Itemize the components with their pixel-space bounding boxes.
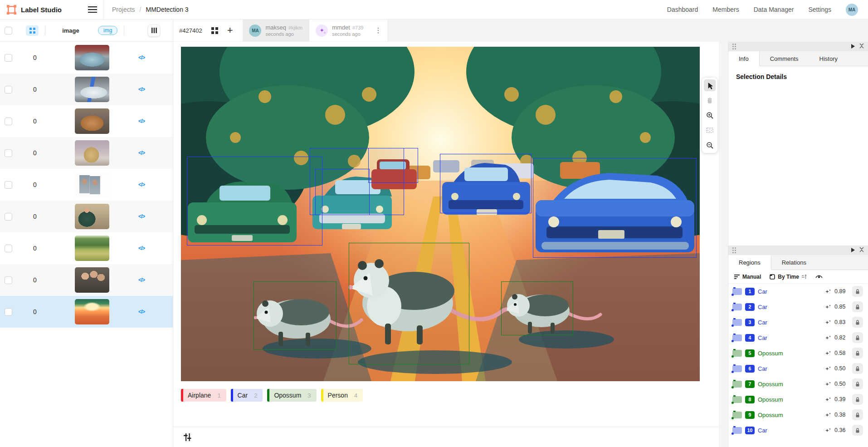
- thumbnail-group-photo[interactable]: [75, 267, 109, 293]
- breadcrumb-projects[interactable]: Projects: [112, 6, 135, 13]
- code-icon[interactable]: </>: [138, 309, 145, 315]
- zoom-out-icon[interactable]: [704, 139, 716, 151]
- label-person[interactable]: Person4: [321, 389, 363, 402]
- grid-view-icon[interactable]: [26, 25, 39, 36]
- lock-icon[interactable]: [852, 332, 863, 343]
- thumbnail-police-car[interactable]: [75, 77, 109, 102]
- nav-members[interactable]: Members: [712, 6, 739, 13]
- table-row[interactable]: 0 </>: [0, 74, 173, 105]
- code-icon[interactable]: </>: [138, 213, 145, 220]
- tab-regions[interactable]: Regions: [728, 255, 771, 270]
- tab-history[interactable]: History: [809, 51, 848, 66]
- table-row[interactable]: 0 </>: [0, 264, 173, 296]
- table-row[interactable]: 0 </>: [0, 42, 173, 74]
- hamburger-menu-icon[interactable]: [88, 6, 97, 13]
- region-row[interactable]: 6 Car 0.50: [728, 361, 868, 376]
- select-tool-icon[interactable]: [704, 79, 716, 91]
- table-row[interactable]: 0 </>: [0, 105, 173, 137]
- lock-icon[interactable]: [852, 301, 863, 312]
- tab-relations[interactable]: Relations: [771, 255, 817, 270]
- nav-dashboard[interactable]: Dashboard: [667, 6, 698, 13]
- table-row[interactable]: 0 </>: [0, 137, 173, 169]
- label-car[interactable]: Car2: [231, 389, 263, 402]
- label-studio-logo-icon[interactable]: [6, 5, 17, 15]
- code-icon[interactable]: </>: [138, 150, 145, 156]
- annotation-canvas[interactable]: [181, 47, 700, 381]
- row-checkbox[interactable]: [5, 276, 12, 284]
- add-annotation-button[interactable]: +: [227, 25, 233, 35]
- thumbnail-traffic-scene[interactable]: [75, 299, 109, 324]
- sort-by-button[interactable]: By Time: [770, 274, 806, 280]
- info-panel-dragbar[interactable]: [728, 42, 868, 51]
- bbox-car-5[interactable]: [440, 154, 532, 213]
- lock-icon[interactable]: [852, 425, 863, 436]
- lock-icon[interactable]: [852, 286, 863, 297]
- fit-to-screen-icon[interactable]: [704, 124, 716, 136]
- code-icon[interactable]: </>: [138, 118, 145, 124]
- region-row[interactable]: 1 Car 0.89: [728, 284, 868, 299]
- bbox-car-1[interactable]: [187, 157, 323, 245]
- grid-view-toggle-icon[interactable]: [211, 27, 218, 34]
- table-row-selected[interactable]: 0 </>: [0, 296, 173, 328]
- region-row[interactable]: 10 Car 0.36: [728, 422, 868, 438]
- bbox-opossum-1[interactable]: [254, 281, 336, 350]
- row-checkbox[interactable]: [5, 181, 12, 189]
- lock-icon[interactable]: [852, 378, 863, 389]
- bbox-opossum-2[interactable]: [349, 243, 470, 364]
- column-header-image[interactable]: image: [49, 27, 93, 34]
- toggle-visibility-eye-icon[interactable]: [815, 274, 823, 279]
- annotation-tab-mmdet[interactable]: ✦✧ mmdet#739 seconds ago ⋮: [309, 20, 388, 41]
- row-checkbox[interactable]: [5, 118, 12, 125]
- thumbnail-standing-dog[interactable]: [75, 140, 109, 166]
- bbox-opossum-3[interactable]: [501, 281, 573, 335]
- lock-icon[interactable]: [852, 363, 863, 374]
- tab-info[interactable]: Info: [728, 51, 760, 66]
- bbox-car-6[interactable]: [533, 158, 697, 258]
- column-type-tag[interactable]: img: [98, 26, 117, 35]
- expand-right-icon[interactable]: [851, 247, 855, 254]
- drag-handle-icon[interactable]: [732, 44, 736, 49]
- kebab-menu-icon[interactable]: ⋮: [375, 26, 381, 34]
- select-all-checkbox[interactable]: [5, 27, 12, 34]
- regions-panel-dragbar[interactable]: [728, 246, 868, 255]
- collapse-panel-icon[interactable]: [859, 43, 864, 50]
- code-icon[interactable]: </>: [138, 86, 145, 93]
- bbox-car-4[interactable]: [315, 169, 370, 215]
- drag-handle-icon[interactable]: [732, 247, 736, 253]
- annotation-tab-makseq[interactable]: MA makseq#kjikm seconds ago: [243, 20, 309, 41]
- row-checkbox[interactable]: [5, 149, 12, 157]
- zoom-in-icon[interactable]: [704, 109, 716, 121]
- table-row[interactable]: 0 </>: [0, 169, 173, 201]
- row-checkbox[interactable]: [5, 245, 12, 252]
- collapse-panel-icon[interactable]: [859, 247, 864, 254]
- settings-sliders-icon[interactable]: [183, 433, 192, 443]
- region-row[interactable]: 2 Car 0.85: [728, 299, 868, 314]
- lock-icon[interactable]: [852, 394, 863, 405]
- thumbnail-man-at-desk[interactable]: [75, 204, 109, 229]
- table-row[interactable]: 0 </>: [0, 232, 173, 264]
- region-row[interactable]: 7 Opossum 0.50: [728, 376, 868, 392]
- nav-settings[interactable]: Settings: [808, 6, 831, 13]
- code-icon[interactable]: </>: [138, 277, 145, 283]
- code-icon[interactable]: </>: [138, 54, 145, 61]
- thumbnail-jungle-river[interactable]: [75, 236, 109, 261]
- label-airplane[interactable]: Airplane1: [181, 389, 226, 402]
- region-row[interactable]: 9 Opossum 0.38: [728, 407, 868, 422]
- group-by-button[interactable]: Manual: [734, 274, 761, 280]
- thumbnail-classic-car[interactable]: [75, 45, 109, 70]
- nav-data-manager[interactable]: Data Manager: [754, 6, 794, 13]
- table-row[interactable]: 0 </>: [0, 201, 173, 232]
- user-avatar[interactable]: MA: [846, 4, 858, 16]
- thumbnail-dog-in-crate[interactable]: [75, 108, 109, 134]
- pan-tool-icon[interactable]: [704, 94, 716, 106]
- bbox-car-3[interactable]: [368, 148, 418, 183]
- region-row[interactable]: 3 Car 0.83: [728, 314, 868, 330]
- label-opossum[interactable]: Opossum3: [267, 389, 316, 402]
- row-checkbox[interactable]: [5, 213, 12, 221]
- thumbnail-portrait-photos[interactable]: [75, 172, 109, 197]
- region-row[interactable]: 5 Opossum 0.58: [728, 345, 868, 361]
- lock-icon[interactable]: [852, 317, 863, 328]
- code-icon[interactable]: </>: [138, 182, 145, 188]
- region-row[interactable]: 8 Opossum 0.39: [728, 392, 868, 407]
- lock-icon[interactable]: [852, 348, 863, 359]
